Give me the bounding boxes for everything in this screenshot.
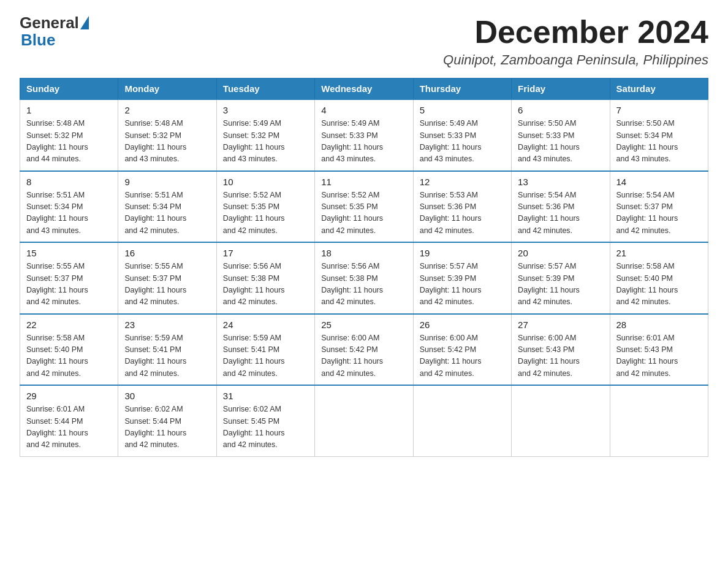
calendar-cell: 30 Sunrise: 6:02 AM Sunset: 5:44 PM Dayl… — [118, 385, 216, 456]
day-info: Sunrise: 5:49 AM Sunset: 5:33 PM Dayligh… — [420, 118, 505, 166]
calendar-cell: 8 Sunrise: 5:51 AM Sunset: 5:34 PM Dayli… — [20, 171, 118, 243]
calendar-cell: 3 Sunrise: 5:49 AM Sunset: 5:32 PM Dayli… — [216, 99, 314, 171]
calendar-cell: 1 Sunrise: 5:48 AM Sunset: 5:32 PM Dayli… — [20, 99, 118, 171]
calendar-cell: 28 Sunrise: 6:01 AM Sunset: 5:43 PM Dayl… — [610, 314, 708, 386]
day-number: 12 — [420, 177, 505, 187]
day-info: Sunrise: 5:49 AM Sunset: 5:32 PM Dayligh… — [223, 118, 308, 166]
day-info: Sunrise: 5:59 AM Sunset: 5:41 PM Dayligh… — [223, 332, 308, 380]
day-info: Sunrise: 5:57 AM Sunset: 5:39 PM Dayligh… — [518, 261, 603, 308]
calendar-table: SundayMondayTuesdayWednesdayThursdayFrid… — [20, 78, 708, 457]
day-info: Sunrise: 5:48 AM Sunset: 5:32 PM Dayligh… — [124, 118, 210, 166]
day-number: 11 — [321, 177, 406, 187]
day-info: Sunrise: 5:56 AM Sunset: 5:38 PM Dayligh… — [223, 261, 308, 308]
calendar-cell: 19 Sunrise: 5:57 AM Sunset: 5:39 PM Dayl… — [413, 242, 511, 314]
calendar-cell: 12 Sunrise: 5:53 AM Sunset: 5:36 PM Dayl… — [413, 171, 511, 243]
logo-text: General — [20, 15, 90, 31]
day-info: Sunrise: 5:57 AM Sunset: 5:39 PM Dayligh… — [420, 261, 505, 308]
day-number: 22 — [26, 320, 112, 330]
day-number: 23 — [124, 320, 210, 330]
day-info: Sunrise: 5:50 AM Sunset: 5:33 PM Dayligh… — [518, 118, 603, 166]
day-number: 29 — [26, 391, 112, 401]
calendar-cell — [413, 385, 511, 456]
day-number: 28 — [616, 320, 702, 330]
day-number: 27 — [518, 320, 603, 330]
day-info: Sunrise: 5:51 AM Sunset: 5:34 PM Dayligh… — [124, 190, 210, 237]
logo-triangle-icon — [80, 16, 89, 29]
calendar-cell: 22 Sunrise: 5:58 AM Sunset: 5:40 PM Dayl… — [20, 314, 118, 386]
calendar-week-row: 15 Sunrise: 5:55 AM Sunset: 5:37 PM Dayl… — [20, 242, 708, 314]
day-number: 10 — [223, 177, 308, 187]
day-info: Sunrise: 6:02 AM Sunset: 5:45 PM Dayligh… — [223, 404, 308, 451]
header-thursday: Thursday — [413, 79, 511, 100]
calendar-cell: 18 Sunrise: 5:56 AM Sunset: 5:38 PM Dayl… — [315, 242, 413, 314]
title-area: December 2024 Quinipot, Zamboanga Penins… — [443, 15, 708, 68]
day-info: Sunrise: 5:56 AM Sunset: 5:38 PM Dayligh… — [321, 261, 406, 308]
day-info: Sunrise: 5:51 AM Sunset: 5:34 PM Dayligh… — [26, 190, 112, 237]
calendar-cell: 14 Sunrise: 5:54 AM Sunset: 5:37 PM Dayl… — [610, 171, 708, 243]
calendar-cell: 23 Sunrise: 5:59 AM Sunset: 5:41 PM Dayl… — [118, 314, 216, 386]
logo: General Blue — [20, 15, 90, 50]
day-number: 30 — [124, 391, 210, 401]
calendar-cell: 15 Sunrise: 5:55 AM Sunset: 5:37 PM Dayl… — [20, 242, 118, 314]
day-info: Sunrise: 5:58 AM Sunset: 5:40 PM Dayligh… — [26, 332, 112, 380]
day-number: 3 — [223, 105, 308, 115]
header-tuesday: Tuesday — [216, 79, 314, 100]
calendar-header-row: SundayMondayTuesdayWednesdayThursdayFrid… — [20, 79, 708, 100]
day-number: 4 — [321, 105, 406, 115]
calendar-cell: 25 Sunrise: 6:00 AM Sunset: 5:42 PM Dayl… — [315, 314, 413, 386]
calendar-cell: 10 Sunrise: 5:52 AM Sunset: 5:35 PM Dayl… — [216, 171, 314, 243]
logo-blue: Blue — [21, 31, 55, 49]
day-info: Sunrise: 6:02 AM Sunset: 5:44 PM Dayligh… — [124, 404, 210, 451]
day-number: 19 — [420, 248, 505, 258]
calendar-cell — [315, 385, 413, 456]
header-saturday: Saturday — [610, 79, 708, 100]
day-number: 25 — [321, 320, 406, 330]
day-number: 2 — [124, 105, 210, 115]
day-info: Sunrise: 5:55 AM Sunset: 5:37 PM Dayligh… — [26, 261, 112, 308]
day-number: 15 — [26, 248, 112, 258]
day-info: Sunrise: 5:55 AM Sunset: 5:37 PM Dayligh… — [124, 261, 210, 308]
day-number: 14 — [616, 177, 702, 187]
calendar-week-row: 8 Sunrise: 5:51 AM Sunset: 5:34 PM Dayli… — [20, 171, 708, 243]
header-monday: Monday — [118, 79, 216, 100]
calendar-cell — [610, 385, 708, 456]
day-number: 8 — [26, 177, 112, 187]
location-title: Quinipot, Zamboanga Peninsula, Philippin… — [443, 52, 708, 68]
calendar-cell: 27 Sunrise: 6:00 AM Sunset: 5:43 PM Dayl… — [512, 314, 610, 386]
calendar-cell: 29 Sunrise: 6:01 AM Sunset: 5:44 PM Dayl… — [20, 385, 118, 456]
calendar-cell: 7 Sunrise: 5:50 AM Sunset: 5:34 PM Dayli… — [610, 99, 708, 171]
day-number: 31 — [223, 391, 308, 401]
day-info: Sunrise: 6:00 AM Sunset: 5:42 PM Dayligh… — [420, 332, 505, 380]
calendar-cell — [512, 385, 610, 456]
calendar-cell: 24 Sunrise: 5:59 AM Sunset: 5:41 PM Dayl… — [216, 314, 314, 386]
calendar-week-row: 29 Sunrise: 6:01 AM Sunset: 5:44 PM Dayl… — [20, 385, 708, 456]
calendar-cell: 26 Sunrise: 6:00 AM Sunset: 5:42 PM Dayl… — [413, 314, 511, 386]
day-number: 21 — [616, 248, 702, 258]
calendar-cell: 4 Sunrise: 5:49 AM Sunset: 5:33 PM Dayli… — [315, 99, 413, 171]
day-info: Sunrise: 5:53 AM Sunset: 5:36 PM Dayligh… — [420, 190, 505, 237]
day-info: Sunrise: 6:00 AM Sunset: 5:42 PM Dayligh… — [321, 332, 406, 380]
day-info: Sunrise: 5:54 AM Sunset: 5:37 PM Dayligh… — [616, 190, 702, 237]
day-number: 7 — [616, 105, 702, 115]
calendar-week-row: 22 Sunrise: 5:58 AM Sunset: 5:40 PM Dayl… — [20, 314, 708, 386]
day-info: Sunrise: 5:54 AM Sunset: 5:36 PM Dayligh… — [518, 190, 603, 237]
calendar-cell: 9 Sunrise: 5:51 AM Sunset: 5:34 PM Dayli… — [118, 171, 216, 243]
day-number: 5 — [420, 105, 505, 115]
day-info: Sunrise: 6:01 AM Sunset: 5:44 PM Dayligh… — [26, 404, 112, 451]
header-sunday: Sunday — [20, 79, 118, 100]
day-info: Sunrise: 5:49 AM Sunset: 5:33 PM Dayligh… — [321, 118, 406, 166]
page-header: General Blue December 2024 Quinipot, Zam… — [20, 15, 708, 68]
day-info: Sunrise: 5:52 AM Sunset: 5:35 PM Dayligh… — [321, 190, 406, 237]
calendar-cell: 21 Sunrise: 5:58 AM Sunset: 5:40 PM Dayl… — [610, 242, 708, 314]
day-number: 18 — [321, 248, 406, 258]
logo-general: General — [20, 15, 79, 31]
calendar-cell: 20 Sunrise: 5:57 AM Sunset: 5:39 PM Dayl… — [512, 242, 610, 314]
day-number: 1 — [26, 105, 112, 115]
calendar-cell: 2 Sunrise: 5:48 AM Sunset: 5:32 PM Dayli… — [118, 99, 216, 171]
day-number: 24 — [223, 320, 308, 330]
day-info: Sunrise: 6:00 AM Sunset: 5:43 PM Dayligh… — [518, 332, 603, 380]
calendar-cell: 5 Sunrise: 5:49 AM Sunset: 5:33 PM Dayli… — [413, 99, 511, 171]
day-number: 26 — [420, 320, 505, 330]
day-number: 9 — [124, 177, 210, 187]
calendar-cell: 11 Sunrise: 5:52 AM Sunset: 5:35 PM Dayl… — [315, 171, 413, 243]
